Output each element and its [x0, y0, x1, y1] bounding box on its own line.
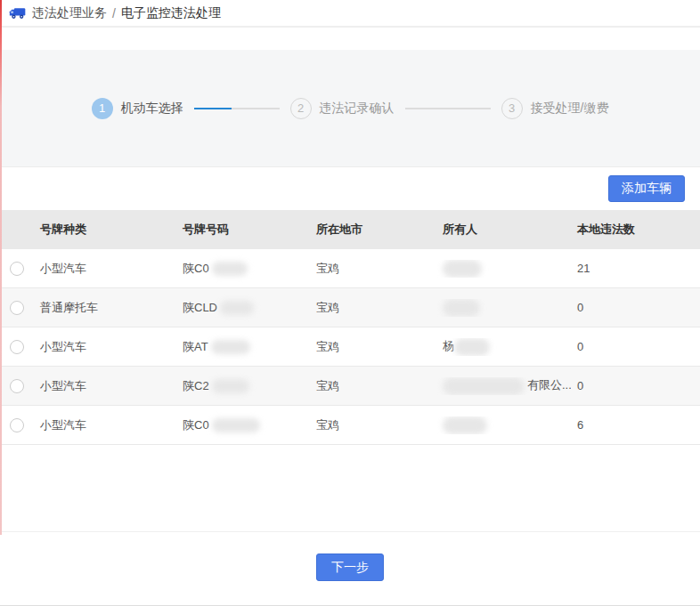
row-5-city: 宝鸡 — [310, 417, 436, 433]
step-wizard: 1 机动车选择 2 违法记录确认 3 接受处理/缴费 — [0, 50, 700, 167]
header-owner: 所有人 — [436, 222, 571, 238]
row-2-city: 宝鸡 — [310, 300, 436, 316]
owner-redaction — [443, 416, 487, 434]
footer: 下一步 — [0, 553, 700, 606]
owner-redaction — [443, 377, 525, 395]
header-violations: 本地违法数 — [571, 222, 700, 238]
step-2-label: 违法记录确认 — [320, 101, 395, 117]
row-2-plate-type: 普通摩托车 — [34, 300, 176, 316]
next-step-button[interactable]: 下一步 — [316, 553, 384, 581]
step-connector-1 — [194, 108, 280, 109]
table-row[interactable]: 小型汽车 陕C0 宝鸡 6 — [0, 406, 700, 445]
step-3-accept-pay: 3 接受处理/缴费 — [501, 98, 609, 119]
row-1-city: 宝鸡 — [310, 261, 436, 277]
add-vehicle-button[interactable]: 添加车辆 — [608, 175, 685, 202]
step-2-record-confirm: 2 违法记录确认 — [290, 98, 395, 119]
row-3-plate-no: 陕AT — [176, 339, 310, 355]
violation-processing-page: 违法处理业务 / 电子监控违法处理 1 机动车选择 2 违法记录确认 3 接受处… — [0, 0, 700, 606]
row-3-plate-type: 小型汽车 — [34, 339, 176, 355]
step-3-label: 接受处理/缴费 — [531, 101, 609, 117]
step-connector-2 — [405, 108, 491, 109]
step-1-label: 机动车选择 — [121, 101, 183, 117]
row-4-city: 宝鸡 — [310, 378, 436, 394]
breadcrumb-separator: / — [112, 6, 116, 20]
owner-redaction — [443, 299, 480, 317]
table-header-row: 号牌种类 号牌号码 所在地市 所有人 本地违法数 — [0, 210, 700, 249]
row-5-owner — [436, 416, 571, 434]
plate-redaction — [212, 379, 249, 393]
row-3-owner: 杨 — [436, 338, 571, 356]
breadcrumb-section[interactable]: 违法处理业务 — [32, 5, 107, 21]
header-city: 所在地市 — [310, 222, 436, 238]
row-2-plate-no: 陕CLD — [176, 300, 310, 316]
row-3-radio[interactable] — [10, 340, 24, 354]
row-2-radio[interactable] — [10, 301, 24, 315]
row-3-violations: 0 — [571, 340, 700, 353]
row-4-plate-no: 陕C2 — [176, 378, 310, 394]
row-1-plate-type: 小型汽车 — [34, 261, 176, 277]
owner-redaction — [443, 260, 482, 278]
step-2-number: 2 — [290, 98, 312, 119]
header-plate-no: 号牌号码 — [176, 222, 310, 238]
row-1-owner — [436, 260, 571, 278]
row-5-plate-no: 陕C0 — [176, 417, 310, 433]
row-3-city: 宝鸡 — [310, 339, 436, 355]
step-1-vehicle-select: 1 机动车选择 — [92, 98, 183, 119]
breadcrumb-current: 电子监控违法处理 — [121, 5, 221, 21]
vehicle-table: 号牌种类 号牌号码 所在地市 所有人 本地违法数 小型汽车 陕C0 宝鸡 21 … — [0, 210, 700, 445]
plate-redaction — [212, 418, 260, 432]
plate-redaction — [211, 340, 250, 354]
plate-redaction — [212, 262, 248, 276]
row-5-violations: 6 — [571, 418, 700, 432]
table-empty-area — [0, 445, 700, 532]
left-accent-stripe — [0, 0, 2, 535]
owner-redaction — [454, 338, 490, 356]
table-row[interactable]: 普通摩托车 陕CLD 宝鸡 0 — [0, 288, 700, 327]
row-4-radio[interactable] — [10, 379, 24, 393]
step-1-number: 1 — [92, 98, 113, 119]
row-4-violations: 0 — [571, 379, 700, 392]
step-3-number: 3 — [501, 98, 523, 119]
header-plate-type: 号牌种类 — [34, 222, 176, 238]
row-1-violations: 21 — [571, 262, 700, 275]
row-5-plate-type: 小型汽车 — [34, 417, 176, 433]
table-row[interactable]: 小型汽车 陕C0 宝鸡 21 — [0, 249, 700, 288]
spacer — [0, 28, 700, 50]
table-row[interactable]: 小型汽车 陕AT 宝鸡 杨 0 — [0, 327, 700, 367]
row-2-owner — [436, 299, 571, 317]
plate-redaction — [220, 301, 254, 315]
row-1-plate-no: 陕C0 — [176, 261, 310, 277]
row-2-violations: 0 — [571, 301, 700, 314]
row-1-radio[interactable] — [10, 262, 24, 276]
truck-icon — [9, 6, 27, 20]
row-4-owner: 有限公... — [436, 377, 571, 395]
table-row[interactable]: 小型汽车 陕C2 宝鸡 有限公... 0 — [0, 367, 700, 406]
breadcrumb: 违法处理业务 / 电子监控违法处理 — [0, 0, 700, 28]
table-toolbar: 添加车辆 — [0, 167, 700, 210]
row-5-radio[interactable] — [10, 418, 24, 432]
row-4-plate-type: 小型汽车 — [34, 378, 176, 394]
